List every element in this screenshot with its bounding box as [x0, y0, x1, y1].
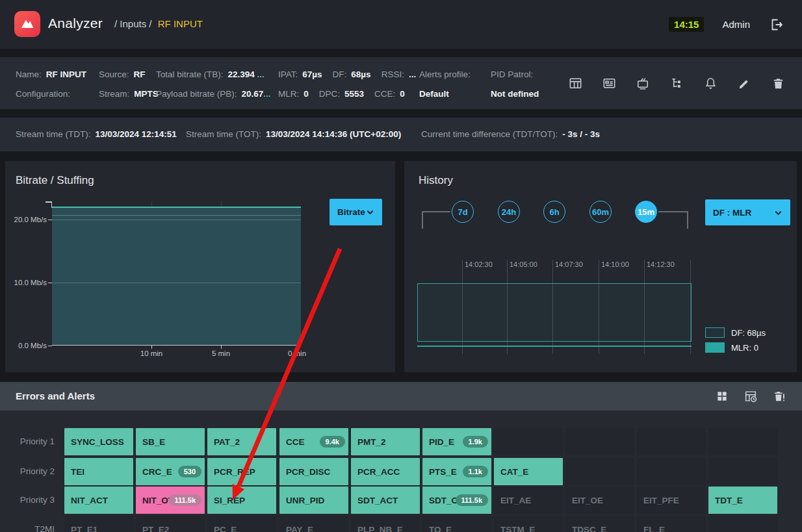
app-logo[interactable]	[14, 11, 40, 37]
range-button-24h[interactable]: 24h	[498, 201, 520, 223]
metric-label: DF:	[333, 70, 347, 79]
error-cell-PTS_E[interactable]: PTS_E1.1k	[422, 458, 491, 485]
y-axis-tick	[48, 283, 52, 283]
error-cell-TSTM_E[interactable]: TSTM_E	[494, 516, 563, 532]
details-card-icon	[602, 76, 617, 91]
error-cell-EIT_AE[interactable]: EIT_AE	[494, 487, 563, 514]
details-view-button[interactable]	[601, 75, 617, 92]
tv-channels-button[interactable]	[634, 75, 651, 92]
report-table-button[interactable]	[742, 388, 759, 405]
payload-bitrate-ellipsis: ...	[263, 89, 270, 99]
error-cell-PCR_REP[interactable]: PCR_REP	[207, 458, 276, 485]
x-axis-tick	[221, 346, 222, 349]
bitrate-chart	[52, 201, 301, 346]
error-cell-EIT_OE[interactable]: EIT_OE	[565, 487, 634, 514]
error-cell-PC_E[interactable]: PC_E	[207, 516, 276, 532]
error-cell-NIT_OTH[interactable]: NIT_OTH111.5k	[136, 487, 205, 514]
range-button-6h[interactable]: 6h	[543, 201, 565, 223]
error-cell-label: PAT_2	[214, 437, 240, 447]
error-cell-SYNC_LOSS[interactable]: SYNC_LOSS	[64, 428, 133, 455]
error-cell-CAT_E[interactable]: CAT_E	[494, 458, 563, 485]
error-cell-PMT_2[interactable]: PMT_2	[351, 428, 420, 455]
configuration-label: Configuration:	[16, 89, 70, 99]
error-cell-empty	[565, 458, 634, 485]
total-bitrate-label: Total bitrate (TB):	[156, 70, 224, 79]
error-row-label: Priority 1	[0, 428, 62, 455]
error-cell-empty	[708, 458, 777, 485]
error-cell-TDT_E[interactable]: TDT_E	[708, 487, 777, 514]
range-button-15m[interactable]: 15m	[635, 201, 657, 223]
info-col-bitrate: Total bitrate (TB):22.394 ... Payload bi…	[156, 67, 271, 106]
error-cell-TDSC_E[interactable]: TDSC_E	[565, 516, 634, 532]
y-axis-tick	[48, 220, 52, 220]
error-cell-SI_REP[interactable]: SI_REP	[207, 487, 276, 514]
trash-alert-icon	[772, 389, 786, 403]
error-cell-FL_E[interactable]: FL_E	[637, 516, 706, 532]
error-cell-label: PLP_NB_E	[357, 525, 403, 532]
metric-value: 67µs	[302, 70, 322, 79]
error-cell-PAY_E[interactable]: PAY_E	[279, 516, 348, 532]
error-row-priority-3: Priority 3NIT_ACTNIT_OTH111.5kSI_REPUNR_…	[0, 487, 802, 514]
error-cell-label: SI_REP	[214, 496, 245, 505]
error-cell-SDT_ACT[interactable]: SDT_ACT	[351, 487, 420, 514]
metric-value: 68µs	[351, 70, 370, 79]
error-cell-CRC_E[interactable]: CRC_E530	[136, 458, 205, 485]
error-cell-PID_E[interactable]: PID_E1.9k	[422, 428, 491, 455]
user-name[interactable]: Admin	[722, 19, 750, 30]
range-button-60m[interactable]: 60m	[589, 201, 612, 223]
y-axis-tick	[48, 346, 52, 346]
breadcrumb-prefix[interactable]: / Inputs /	[114, 18, 152, 29]
structure-tree-button[interactable]	[668, 75, 685, 92]
error-cell-PCR_ACC[interactable]: PCR_ACC	[351, 458, 420, 485]
error-cell-EIT_PFE[interactable]: EIT_PFE	[637, 487, 706, 514]
info-col-pid-patrol: PID Patrol: Not defined	[491, 67, 539, 106]
edit-button[interactable]	[736, 75, 753, 92]
alerts-bell-button[interactable]	[702, 75, 719, 92]
error-cell-label: CRC_E	[142, 467, 172, 477]
error-cell-PT_E1[interactable]: PT_E1	[64, 516, 133, 532]
delete-button[interactable]	[770, 75, 786, 92]
error-cell-SB_E[interactable]: SB_E	[136, 428, 205, 455]
grid-view-button[interactable]	[714, 388, 731, 405]
breadcrumb-current: RF INPUT	[158, 18, 203, 29]
error-cell-PCR_DISC[interactable]: PCR_DISC	[279, 458, 348, 485]
legend-mlr: MLR: 0	[705, 342, 758, 353]
bitrate-series-dropdown[interactable]: Bitrate	[330, 199, 382, 225]
legend-df: DF: 68µs	[705, 327, 766, 338]
axis-corner	[45, 201, 52, 208]
error-cell-label: UNR_PID	[286, 496, 324, 505]
x-axis-tick-label: 0 min	[288, 349, 306, 357]
table-view-button[interactable]	[567, 75, 584, 92]
error-cell-SDT_OTH[interactable]: SDT_OTH111.5k	[422, 487, 491, 514]
error-cell-NIT_ACT[interactable]: NIT_ACT	[64, 487, 133, 514]
mountain-logo-icon	[19, 16, 36, 32]
error-cell-label: TEI	[71, 467, 84, 477]
error-cell-PAT_2[interactable]: PAT_2	[207, 428, 276, 455]
errors-toolbar	[714, 382, 788, 411]
error-count-badge: 9.4k	[320, 436, 345, 448]
top-header: Analyzer / Inputs / RF INPUT 14:15 Admin	[0, 0, 802, 49]
time-tick-label: 14:12:30	[647, 260, 675, 268]
error-cell-CCE[interactable]: CCE9.4k	[279, 428, 348, 455]
bitrate-panel-title: Bitrate / Stuffing	[16, 174, 94, 187]
pencil-icon	[737, 76, 752, 91]
range-button-7d[interactable]: 7d	[452, 201, 474, 223]
clear-errors-button[interactable]	[771, 388, 788, 405]
error-cell-label: SYNC_LOSS	[71, 437, 124, 447]
error-cell-PT_E2[interactable]: PT_E2	[136, 516, 205, 532]
error-cell-UNR_PID[interactable]: UNR_PID	[279, 487, 348, 514]
source-value: RF	[134, 70, 146, 79]
error-cell-label: PCR_ACC	[357, 467, 400, 477]
error-cell-label: PT_E1	[71, 525, 97, 532]
error-cell-TEI[interactable]: TEI	[64, 458, 133, 485]
error-cell-TO_E[interactable]: TO_E	[422, 516, 491, 532]
error-cell-PLP_NB_E[interactable]: PLP_NB_E	[351, 516, 420, 532]
breadcrumb[interactable]: / Inputs / RF INPUT	[114, 18, 203, 29]
history-series-dropdown[interactable]: DF : MLR	[705, 199, 790, 225]
error-cell-empty	[565, 428, 634, 455]
time-difference: Current time difference (TDT/TOT):- 3s /…	[421, 118, 600, 151]
error-row-label: T2MI	[0, 516, 62, 532]
table-clock-icon	[744, 389, 758, 403]
logout-button[interactable]	[768, 16, 785, 33]
df-band-series	[417, 283, 692, 342]
